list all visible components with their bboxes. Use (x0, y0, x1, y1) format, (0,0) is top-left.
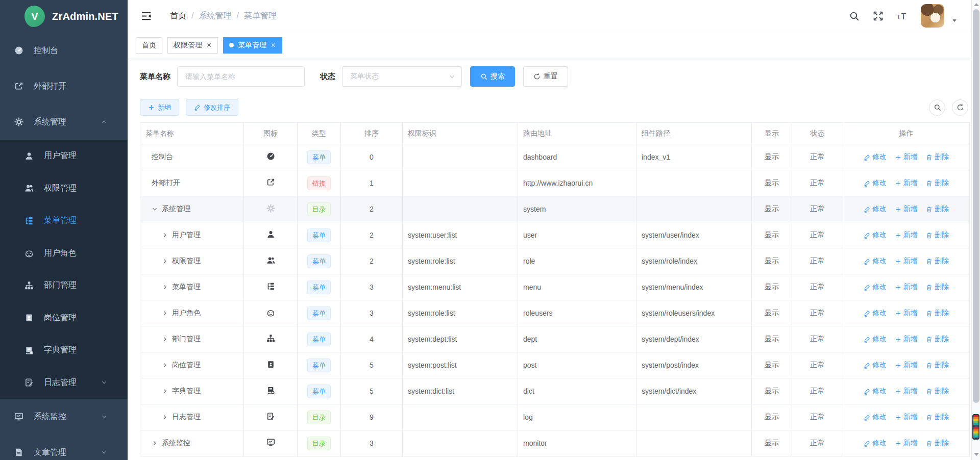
sidebar-item-dashboard[interactable]: 控制台 (0, 33, 128, 68)
sidebar-collapse-icon[interactable] (141, 11, 152, 21)
column-header[interactable]: 组件路径 (636, 123, 752, 144)
sidebar-item-users[interactable]: 权限管理 (0, 172, 128, 205)
table-row[interactable]: 外部打开链接1http://www.izhaorui.cn显示正常修改新增删除 (140, 170, 970, 196)
delete-action[interactable]: 删除 (926, 178, 949, 188)
delete-action[interactable]: 删除 (926, 152, 949, 162)
edit-action[interactable]: 修改 (864, 387, 887, 396)
add-action[interactable]: 新增 (895, 152, 918, 162)
add-action[interactable]: 新增 (895, 335, 918, 344)
column-header[interactable]: 类型 (298, 123, 341, 144)
edit-action[interactable]: 修改 (864, 231, 887, 240)
column-header[interactable]: 图标 (244, 123, 298, 144)
table-row[interactable]: 权限管理菜单2system:role:listrolesystem/role/i… (140, 248, 970, 274)
add-action[interactable]: 新增 (895, 283, 918, 292)
scrollbar-up-arrow[interactable] (974, 3, 979, 6)
edit-action[interactable]: 修改 (864, 309, 887, 318)
sidebar-item-log[interactable]: 日志管理 (0, 367, 128, 399)
delete-action[interactable]: 删除 (926, 387, 949, 396)
add-action[interactable]: 新增 (895, 205, 918, 214)
fullscreen-icon[interactable] (873, 11, 884, 21)
delete-action[interactable]: 删除 (926, 205, 949, 214)
sidebar-item-gear[interactable]: 系统管理 (0, 104, 128, 140)
reset-button[interactable]: 重置 (523, 66, 568, 87)
edit-action[interactable]: 修改 (864, 439, 887, 448)
edit-action[interactable]: 修改 (864, 361, 887, 370)
sidebar-item-org-tree[interactable]: 部门管理 (0, 269, 128, 302)
status-select[interactable]: 菜单状态 (342, 66, 462, 87)
tab-菜单管理[interactable]: 菜单管理 (223, 37, 282, 54)
add-action[interactable]: 新增 (895, 231, 918, 240)
text-size-icon[interactable]: TT (897, 11, 908, 21)
table-row[interactable]: 岗位管理菜单5system:post:listpostsystem/post/i… (140, 352, 970, 378)
table-row[interactable]: 字典管理菜单5system:dict:listdictsystem/dict/i… (140, 378, 970, 404)
edit-sort-button[interactable]: 修改排序 (186, 99, 238, 116)
table-row[interactable]: 部门管理菜单4system:dept:listdeptsystem/dept/i… (140, 326, 970, 352)
add-action[interactable]: 新增 (895, 309, 918, 318)
scrollbar[interactable] (971, 0, 980, 460)
column-header[interactable]: 操作 (843, 123, 970, 144)
show-search-button[interactable] (929, 99, 945, 116)
menu-name-input[interactable] (177, 66, 305, 87)
edit-action[interactable]: 修改 (864, 152, 887, 162)
tab-首页[interactable]: 首页 (136, 37, 162, 54)
sidebar-item-user[interactable]: 用户管理 (0, 140, 128, 172)
add-action[interactable]: 新增 (895, 257, 918, 266)
sidebar-item-external-link[interactable]: 外部打开 (0, 68, 128, 104)
table-row[interactable]: 日志管理目录9log显示正常修改新增删除 (140, 404, 970, 430)
table-row[interactable]: 系统管理目录2system显示正常修改新增删除 (140, 196, 970, 222)
type-tag: 目录 (307, 202, 331, 216)
edit-action[interactable]: 修改 (864, 257, 887, 266)
delete-action[interactable]: 删除 (926, 283, 949, 292)
delete-action[interactable]: 删除 (926, 231, 949, 240)
add-action[interactable]: 新增 (895, 361, 918, 370)
table-row[interactable]: 用户管理菜单2system:user:listusersystem/user/i… (140, 222, 970, 248)
edit-action[interactable]: 修改 (864, 178, 887, 188)
search-button[interactable]: 搜索 (470, 66, 515, 87)
delete-action[interactable]: 删除 (926, 413, 949, 422)
table-row[interactable]: 菜单管理菜单3system:menu:listmenusystem/menu/i… (140, 274, 970, 300)
scrollbar-thumb[interactable] (973, 9, 979, 403)
breadcrumb-item[interactable]: 首页 (170, 11, 186, 21)
edit-action[interactable]: 修改 (864, 205, 887, 214)
chevron-down-icon (101, 414, 107, 420)
add-action[interactable]: 新增 (895, 439, 918, 448)
add-button[interactable]: 新增 (140, 99, 179, 116)
sidebar-item-robot[interactable]: 用户角色 (0, 237, 128, 270)
column-header[interactable]: 菜单名称 (140, 123, 244, 144)
scrollbar-down-arrow[interactable] (974, 453, 979, 456)
delete-action[interactable]: 删除 (926, 439, 949, 448)
tab-权限管理[interactable]: 权限管理 (167, 37, 218, 54)
table-row[interactable]: 用户角色菜单3system:role:listroleuserssystem/r… (140, 300, 970, 326)
column-header[interactable]: 状态 (792, 123, 843, 144)
search-icon[interactable] (849, 11, 860, 21)
table-row[interactable]: 控制台菜单0dashboardindex_v1显示正常修改新增删除 (140, 144, 970, 170)
edit-action[interactable]: 修改 (864, 335, 887, 344)
sidebar-item-tree-table[interactable]: 菜单管理 (0, 205, 128, 237)
add-action[interactable]: 新增 (895, 413, 918, 422)
cell-type: 菜单 (298, 274, 341, 300)
delete-action[interactable]: 删除 (926, 335, 949, 344)
delete-action[interactable]: 删除 (926, 361, 949, 370)
column-header[interactable]: 权限标识 (403, 123, 518, 144)
column-header[interactable]: 路由地址 (518, 123, 636, 144)
user-avatar[interactable] (921, 4, 944, 28)
cell-icon (244, 144, 298, 170)
delete-action[interactable]: 删除 (926, 309, 949, 318)
column-header[interactable]: 排序 (341, 123, 403, 144)
add-action[interactable]: 新增 (895, 178, 918, 188)
add-action[interactable]: 新增 (895, 387, 918, 396)
delete-action[interactable]: 删除 (926, 257, 949, 266)
sidebar-item-article[interactable]: 文章管理 (0, 435, 128, 460)
caret-down-icon[interactable] (951, 17, 958, 23)
sidebar-item-post[interactable]: 岗位管理 (0, 302, 128, 335)
column-header[interactable]: 显示 (752, 123, 792, 144)
edit-action[interactable]: 修改 (864, 283, 887, 292)
refresh-table-button[interactable] (952, 99, 968, 116)
edit-action[interactable]: 修改 (864, 413, 887, 422)
sidebar-item-dict[interactable]: 字典管理 (0, 334, 128, 367)
cell-status: 正常 (792, 196, 843, 222)
post-icon (266, 360, 275, 369)
app-logo[interactable]: V ZrAdmin.NET (0, 0, 128, 33)
table-row[interactable]: 系统监控目录3monitor显示正常修改新增删除 (140, 430, 970, 456)
sidebar-item-monitor[interactable]: 系统监控 (0, 399, 128, 435)
